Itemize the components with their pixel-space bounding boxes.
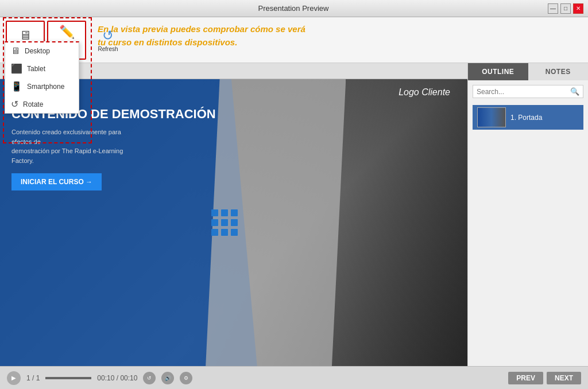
next-button[interactable]: NEXT: [547, 372, 581, 384]
toolbar: 🖥 Desktop ✏️ EditSlide ↺ Refresh En la v…: [0, 17, 588, 63]
refresh-control-icon[interactable]: ↺: [143, 372, 156, 384]
grid-dot-6: [231, 219, 238, 226]
grid-dot-2: [221, 209, 228, 216]
dropdown-desktop[interactable]: 🖥 Desktop: [5, 42, 79, 60]
dropdown-tablet-label: Tablet: [27, 65, 45, 73]
prev-button[interactable]: PREV: [508, 372, 543, 384]
search-icon[interactable]: 🔍: [570, 87, 579, 96]
grid-dot-3: [231, 209, 238, 216]
window-title: Presentation Preview: [39, 4, 548, 13]
main-area: er Info | Marker Tools: [0, 63, 588, 366]
slide-thumbnail[interactable]: 1. Portada: [473, 105, 583, 130]
thumbnail-label: 1. Portada: [510, 114, 542, 122]
dropdown-menu: 🖥 Desktop ⬛ Tablet 📱 Smartphone ↺ Rotate: [5, 41, 79, 114]
dropdown-rotate-label: Rotate: [23, 100, 43, 108]
rotate-icon: ↺: [11, 99, 18, 110]
desktop-icon: 🖥: [19, 28, 32, 43]
close-button[interactable]: ✕: [573, 3, 583, 14]
thumbnail-image: [477, 107, 506, 127]
search-bar: 🔍: [473, 85, 583, 98]
title-bar: Presentation Preview — □ ✕: [0, 0, 588, 17]
grid-dot-1: [211, 209, 218, 216]
progress-bar[interactable]: [45, 377, 91, 379]
panel-tabs: OUTLINE NOTES: [468, 63, 588, 80]
dropdown-tablet[interactable]: ⬛ Tablet: [5, 60, 79, 77]
tab-outline[interactable]: OUTLINE: [468, 63, 528, 80]
dropdown-desktop-label: Desktop: [25, 47, 50, 55]
grid-dot-4: [211, 219, 218, 226]
volume-icon[interactable]: 🔊: [161, 372, 174, 384]
minimize-button[interactable]: —: [548, 3, 558, 14]
grid-icon-area: [211, 209, 238, 236]
tooltip-text: En la vista previa puedes comprobar cómo…: [98, 23, 305, 49]
thumbnail-inner: [478, 108, 505, 127]
start-course-button[interactable]: INICIAR EL CURSO →: [11, 173, 102, 190]
dropdown-smartphone-label: Smartphone: [27, 83, 64, 91]
grid-dot-7: [211, 229, 218, 236]
grid-dot-8: [221, 229, 228, 236]
grid-dot-5: [221, 219, 228, 226]
time-display: 00:10 / 00:10: [97, 374, 137, 382]
slide-counter: 1 / 1: [26, 374, 40, 382]
dropdown-rotate[interactable]: ↺ Rotate: [5, 95, 79, 113]
progress-fill: [45, 377, 91, 379]
edit-icon: ✏️: [59, 25, 75, 40]
grid-dots: [211, 209, 238, 236]
search-input[interactable]: [477, 88, 570, 96]
maximize-button[interactable]: □: [560, 3, 571, 14]
slide-preview: CAPÍTULO 6 CONTENIDO DE DEMOSTRACIÓN Con…: [0, 79, 467, 366]
slide-subtitle: Contenido creado exclusivamente para efe…: [11, 127, 138, 165]
logo-area: Logo Cliente: [399, 87, 450, 98]
logo-text: Logo Cliente: [399, 87, 450, 97]
tab-notes[interactable]: NOTES: [528, 63, 589, 80]
smartphone-icon: 📱: [11, 81, 22, 92]
dropdown-smartphone[interactable]: 📱 Smartphone: [5, 77, 79, 95]
nav-buttons: PREV NEXT: [508, 372, 581, 384]
tablet-icon: ⬛: [11, 63, 22, 74]
right-panel: OUTLINE NOTES 🔍 1. Portada: [467, 63, 588, 366]
desktop-menu-icon: 🖥: [11, 46, 20, 56]
window-controls: — □ ✕: [548, 3, 583, 14]
settings-icon[interactable]: ⚙: [180, 372, 192, 384]
grid-dot-9: [231, 229, 238, 236]
play-button[interactable]: ▶: [7, 371, 21, 385]
bottom-bar: ▶ 1 / 1 00:10 / 00:10 ↺ 🔊 ⚙ PREV NEXT: [0, 366, 588, 389]
